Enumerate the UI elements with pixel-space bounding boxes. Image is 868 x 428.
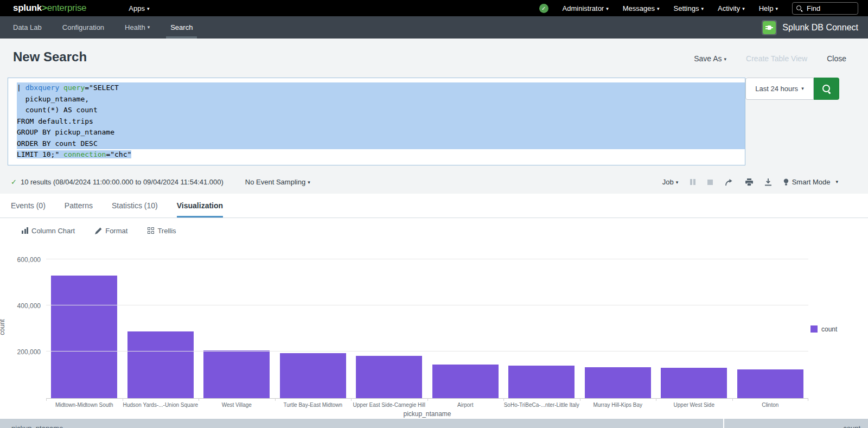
x-axis-tick (808, 398, 808, 401)
administrator-menu[interactable]: Administrator▾ (563, 4, 609, 12)
bar-6[interactable] (508, 366, 575, 398)
chart-type-picker[interactable]: Column Chart (22, 227, 75, 235)
page-header: New Search Save As▾ Create Table View Cl… (0, 39, 868, 73)
settings-menu[interactable]: Settings▾ (674, 4, 704, 12)
save-as-label: Save As (694, 54, 722, 63)
bar-4[interactable] (356, 356, 422, 398)
caret-down-icon: ▾ (701, 6, 704, 11)
event-sampling-dropdown[interactable]: No Event Sampling▾ (245, 178, 310, 186)
find-search-box[interactable] (792, 2, 858, 15)
tab-events[interactable]: Events (0) (11, 194, 46, 218)
bar-5[interactable] (432, 365, 499, 398)
export-icon[interactable] (765, 178, 771, 186)
job-menu[interactable]: Job▾ (662, 178, 679, 186)
time-range-picker[interactable]: Last 24 hours▾ (745, 78, 814, 100)
activity-menu-label: Activity (718, 4, 740, 12)
help-menu[interactable]: Help▾ (759, 4, 778, 12)
search-button[interactable] (814, 78, 839, 100)
x-axis-title: pickup_ntaname (46, 410, 808, 418)
print-icon[interactable] (745, 178, 753, 186)
gridline (46, 305, 808, 305)
tab-patterns[interactable]: Patterns (65, 194, 93, 218)
chart-bars (46, 255, 808, 398)
chart-xlabels: Midtown-Midtown SouthHudson Yards-...-Un… (46, 402, 808, 408)
x-category-label: Upper West Side (656, 402, 732, 408)
x-category-label: Airport (427, 402, 504, 408)
health-status-check-icon[interactable]: ✓ (539, 4, 548, 13)
chart-legend[interactable]: count (810, 325, 837, 333)
activity-menu[interactable]: Activity▾ (718, 4, 745, 12)
nav-item-health[interactable]: Health▾ (125, 16, 150, 39)
results-bar: ✓ 10 results (08/04/2024 11:00:00.000 to… (0, 171, 868, 194)
close-button[interactable]: Close (827, 54, 846, 63)
bar-2[interactable] (203, 350, 270, 398)
logo-product: enterprise (47, 3, 87, 13)
trellis-button[interactable]: Trellis (148, 227, 176, 235)
bar-slot (123, 255, 199, 398)
apps-menu-label: Apps (129, 4, 145, 12)
x-category-label: Midtown-Midtown South (46, 402, 123, 408)
stop-icon (707, 180, 713, 185)
column-header-count[interactable]: count (723, 419, 868, 428)
caret-down-icon: ▾ (676, 180, 679, 185)
bar-9[interactable] (737, 369, 803, 398)
x-category-label: Turtle Bay-East Midtown (275, 402, 352, 408)
query-line: LIMIT 10;" connection="chc" (17, 149, 745, 161)
bar-7[interactable] (585, 367, 651, 398)
column-header-pickup-ntaname[interactable]: pickup_ntaname (0, 419, 723, 428)
help-menu-label: Help (759, 4, 774, 12)
apps-menu[interactable]: Apps▾ (129, 4, 149, 12)
pause-icon (690, 179, 695, 185)
x-axis-tick (46, 398, 47, 401)
bar-slot (275, 255, 352, 398)
x-category-label: West Village (199, 402, 275, 408)
nav-item-search[interactable]: Search (170, 16, 193, 39)
gridline (46, 351, 808, 352)
format-button[interactable]: Format (95, 227, 127, 235)
settings-menu-label: Settings (674, 4, 699, 12)
nav-item-configuration[interactable]: Configuration (62, 16, 104, 39)
bar-0[interactable] (51, 276, 117, 398)
caret-down-icon: ▾ (148, 24, 150, 30)
bar-slot (732, 255, 809, 398)
bar-slot (503, 255, 580, 398)
chart-yaxis: 200,000400,000600,000 (0, 255, 41, 399)
caret-down-icon: ▾ (801, 86, 804, 91)
search-mode-dropdown[interactable]: Smart Mode▾ (783, 178, 838, 186)
caret-down-icon: ▾ (308, 180, 310, 185)
tab-statistics[interactable]: Statistics (10) (112, 194, 158, 218)
create-table-view-button: Create Table View (746, 54, 807, 63)
tab-visualization[interactable]: Visualization (177, 194, 223, 218)
app-nav-bar: Data Lab Configuration Health▾ Search Sp… (0, 16, 868, 39)
top-bar: splunk>enterprise Apps▾ ✓ Administrator▾… (0, 0, 868, 16)
messages-menu[interactable]: Messages▾ (623, 4, 660, 12)
bar-slot (199, 255, 275, 398)
save-as-button[interactable]: Save As▾ (694, 54, 726, 63)
splunk-logo: splunk>enterprise (13, 3, 86, 14)
statistics-table-header: pickup_ntaname count (0, 419, 868, 428)
caret-down-icon: ▾ (657, 6, 660, 11)
query-line: count(*) AS count (17, 105, 745, 116)
query-line: pickup_ntaname, (17, 94, 745, 105)
chart-plot (46, 255, 808, 399)
administrator-menu-label: Administrator (563, 4, 604, 12)
bar-1[interactable] (127, 331, 194, 398)
legend-swatch (810, 325, 818, 333)
results-check-icon: ✓ (11, 178, 17, 186)
logo-gt: > (42, 3, 47, 13)
bar-3[interactable] (280, 353, 346, 398)
job-menu-label: Job (662, 178, 674, 186)
app-name: Splunk DB Connect (782, 23, 858, 33)
find-input[interactable] (806, 4, 849, 13)
bar-8[interactable] (661, 368, 727, 398)
app-brand[interactable]: Splunk DB Connect (762, 20, 858, 35)
query-editor[interactable]: | dbxquery query="SELECT pickup_ntaname,… (8, 78, 745, 165)
query-line: ORDER BY count DESC (17, 138, 745, 150)
x-axis-tick (427, 398, 428, 401)
nav-item-data-lab[interactable]: Data Lab (13, 16, 42, 39)
db-connect-app-icon (762, 20, 777, 35)
magnifier-icon (822, 84, 832, 94)
share-icon[interactable] (725, 178, 733, 186)
x-axis-tick (351, 398, 352, 401)
bar-slot (656, 255, 732, 398)
